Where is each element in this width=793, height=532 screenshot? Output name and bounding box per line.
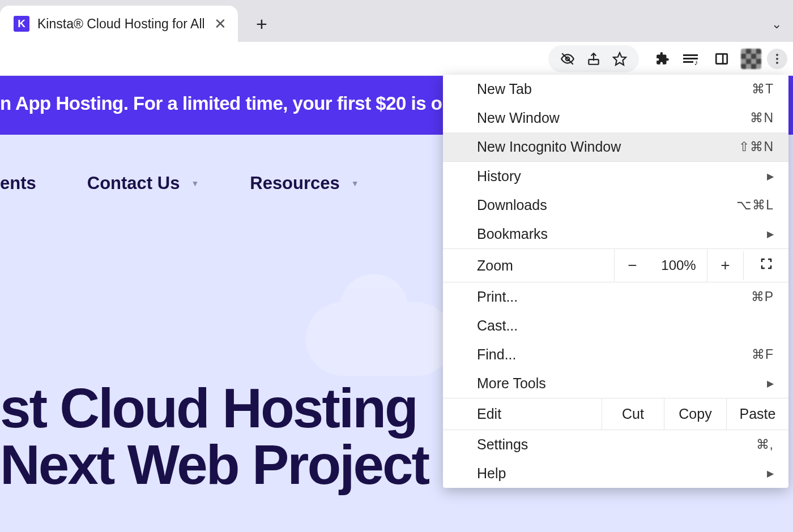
hero-line-1: st Cloud Hosting [0, 377, 417, 439]
menu-history[interactable]: History ▶ [443, 162, 788, 191]
chevron-down-icon: ▼ [191, 179, 199, 188]
submenu-arrow-icon: ▶ [767, 468, 774, 479]
browser-tab[interactable]: K Kinsta® Cloud Hosting for All Y ✕ [0, 6, 238, 42]
submenu-arrow-icon: ▶ [767, 378, 774, 389]
nav-label: Resources [250, 173, 340, 194]
menu-label: History [477, 168, 521, 185]
nav-label: ents [0, 173, 36, 194]
nav-item-resources[interactable]: Resources ▼ [250, 173, 359, 194]
menu-help[interactable]: Help ▶ [443, 459, 788, 488]
tab-list-dropdown[interactable]: ⌄ [771, 17, 782, 32]
puzzle-icon[interactable] [655, 51, 671, 67]
nav-item-contact[interactable]: Contact Us ▼ [87, 173, 199, 194]
hero-line-2: Next Web Project [0, 434, 428, 496]
menu-label: Help [477, 465, 506, 482]
new-tab-button[interactable]: + [248, 10, 275, 37]
menu-shortcut: ⌘T [752, 81, 774, 97]
menu-more-tools[interactable]: More Tools ▶ [443, 369, 788, 398]
star-icon[interactable] [612, 51, 628, 67]
tab-strip: K Kinsta® Cloud Hosting for All Y ✕ + ⌄ [0, 0, 793, 42]
omnibox-action-group [548, 45, 639, 72]
close-tab-icon[interactable]: ✕ [212, 15, 229, 32]
menu-shortcut: ⌘P [751, 289, 774, 304]
eye-off-icon[interactable] [560, 51, 575, 67]
menu-zoom-row: Zoom − 100% + [443, 248, 788, 282]
menu-find[interactable]: Find... ⌘F [443, 340, 788, 369]
zoom-in-button[interactable]: + [707, 249, 743, 282]
tab-favicon: K [14, 16, 29, 32]
menu-bookmarks[interactable]: Bookmarks ▶ [443, 220, 788, 248]
menu-label: New Window [477, 110, 560, 126]
profile-avatar[interactable] [741, 49, 761, 69]
menu-downloads[interactable]: Downloads ⌥⌘L [443, 191, 788, 220]
menu-label: New Incognito Window [477, 139, 621, 155]
chevron-down-icon: ▼ [351, 179, 359, 188]
side-panel-icon[interactable] [714, 51, 730, 67]
menu-label: Print... [477, 289, 518, 305]
nav-item-partial[interactable]: ents [0, 173, 36, 194]
edit-cut-button[interactable]: Cut [602, 398, 664, 430]
chrome-menu: New Tab ⌘T New Window ⌘N New Incognito W… [443, 75, 788, 488]
menu-new-tab[interactable]: New Tab ⌘T [443, 75, 788, 104]
fullscreen-icon [760, 257, 773, 271]
menu-label: Bookmarks [477, 226, 548, 242]
svg-rect-4 [716, 54, 727, 63]
menu-edit-row: Edit Cut Copy Paste [443, 398, 788, 430]
tab-title: Kinsta® Cloud Hosting for All Y [37, 16, 204, 32]
menu-cast[interactable]: Cast... [443, 311, 788, 340]
menu-shortcut: ⌘F [752, 347, 774, 362]
menu-label: Find... [477, 346, 516, 363]
edit-paste-button[interactable]: Paste [726, 398, 788, 430]
menu-new-incognito[interactable]: New Incognito Window ⇧⌘N [443, 132, 788, 161]
nav-label: Contact Us [87, 173, 180, 194]
menu-shortcut: ⌘N [750, 110, 774, 126]
menu-shortcut: ⌘, [756, 437, 774, 452]
zoom-out-button[interactable]: − [614, 249, 650, 282]
menu-print[interactable]: Print... ⌘P [443, 282, 788, 311]
submenu-arrow-icon: ▶ [767, 229, 774, 239]
menu-shortcut: ⇧⌘N [739, 139, 774, 155]
kebab-icon [776, 54, 778, 64]
chevron-down-icon: ⌄ [771, 17, 782, 31]
hero-heading: st Cloud Hosting Next Web Project [0, 380, 428, 494]
edit-label: Edit [443, 398, 602, 430]
cloud-decoration [306, 302, 453, 376]
menu-label: Settings [477, 436, 528, 453]
fullscreen-button[interactable] [743, 251, 788, 280]
reading-list-icon[interactable]: ♪ [684, 51, 700, 67]
menu-label: Downloads [477, 197, 547, 213]
menu-new-window[interactable]: New Window ⌘N [443, 104, 788, 132]
menu-shortcut: ⌥⌘L [736, 198, 774, 213]
menu-label: New Tab [477, 81, 532, 97]
edit-copy-button[interactable]: Copy [664, 398, 726, 430]
browser-toolbar: ♪ [0, 42, 793, 76]
chrome-menu-button[interactable] [767, 49, 787, 69]
menu-label: Cast... [477, 318, 518, 334]
zoom-label: Zoom [443, 250, 614, 281]
share-icon[interactable] [586, 51, 602, 67]
submenu-arrow-icon: ▶ [767, 171, 774, 182]
menu-settings[interactable]: Settings ⌘, [443, 430, 788, 459]
svg-marker-3 [613, 53, 626, 65]
zoom-value: 100% [650, 250, 707, 281]
menu-label: More Tools [477, 375, 546, 392]
